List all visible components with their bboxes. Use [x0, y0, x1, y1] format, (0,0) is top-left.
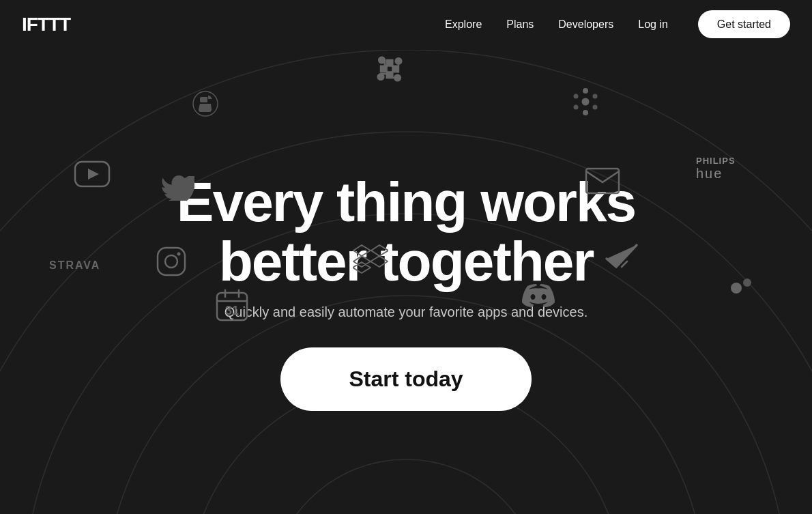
fitbit-icon — [568, 85, 603, 118]
twitter-icon — [162, 172, 194, 201]
hero-section: Every thing works better together Quickl… — [0, 49, 812, 514]
evernote-icon — [189, 87, 222, 120]
slack-icon — [372, 51, 407, 87]
hero-title: Every thing works better together — [177, 173, 635, 290]
nav-login[interactable]: Log in — [638, 18, 668, 30]
svg-rect-16 — [158, 248, 185, 275]
svg-point-10 — [574, 105, 579, 110]
google-assistant-icon — [727, 273, 757, 303]
gmail-icon — [585, 167, 620, 195]
instagram-icon — [156, 246, 187, 277]
svg-rect-15 — [586, 169, 619, 193]
hero-start-today-button[interactable]: Start today — [280, 347, 531, 411]
svg-point-7 — [582, 98, 590, 106]
svg-point-9 — [574, 94, 579, 99]
calendar-icon: 31 — [215, 288, 249, 322]
svg-text:31: 31 — [225, 304, 239, 317]
svg-point-12 — [593, 105, 598, 110]
philips-hue-icon: PHILIPS hue — [696, 156, 736, 182]
svg-point-24 — [731, 283, 742, 294]
svg-point-18 — [177, 253, 181, 256]
svg-point-8 — [583, 110, 588, 115]
nav-explore[interactable]: Explore — [445, 18, 482, 30]
navbar: IFTTT Explore Plans Developers Log in Ge… — [0, 0, 812, 49]
svg-point-6 — [583, 88, 588, 94]
nav-get-started-button[interactable]: Get started — [698, 10, 790, 38]
youtube-icon — [74, 160, 111, 188]
svg-point-17 — [165, 255, 177, 268]
nav-plans[interactable]: Plans — [506, 18, 534, 30]
discord-icon — [521, 283, 556, 311]
dropbox-icon — [353, 242, 388, 274]
nav-developers[interactable]: Developers — [558, 18, 613, 30]
strava-icon: STRAVA — [49, 259, 100, 272]
svg-point-11 — [593, 94, 598, 99]
logo[interactable]: IFTTT — [22, 14, 70, 35]
svg-point-25 — [743, 279, 751, 287]
svg-marker-14 — [88, 169, 99, 180]
ifttt-check-icon — [604, 242, 639, 270]
